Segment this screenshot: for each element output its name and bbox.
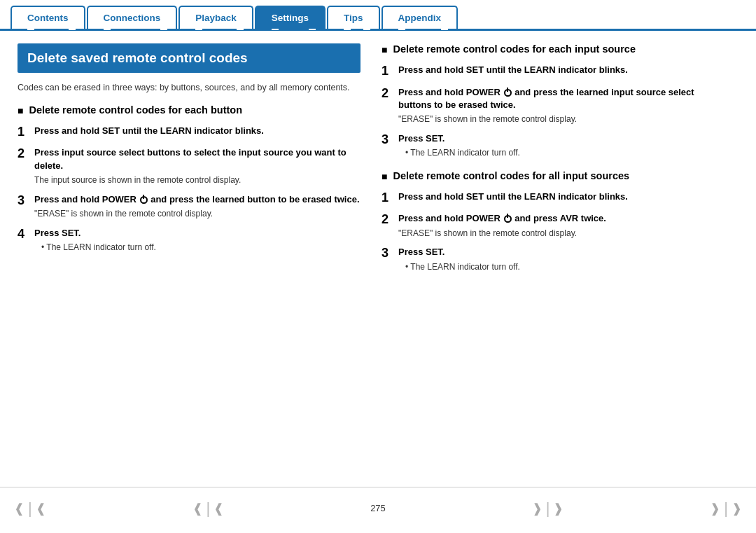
divider-3: | [546,499,550,518]
divider-1: | [28,499,32,518]
main-content: Delete saved remote control codes Codes … [0,31,756,487]
left-step-2: 2 Press input source select buttons to s… [18,146,360,186]
step-number: 2 [382,212,393,228]
left-column: Delete saved remote control codes Codes … [18,43,360,480]
step-content: Press and hold SET until the LEARN indic… [34,125,360,139]
step-number: 3 [382,246,393,261]
tab-connections[interactable]: Connections [87,6,178,29]
tab-contents[interactable]: Contents [10,6,85,29]
step-content: Press SET. The LEARN indicator turn off. [34,227,360,254]
left-steps-list: 1 Press and hold SET until the LEARN ind… [18,125,360,254]
left-step-1: 1 Press and hold SET until the LEARN ind… [18,125,360,140]
step-content: Press and hold POWER and press the learn… [398,86,724,125]
step-number: 1 [382,191,393,206]
arrow-right-2: ❱ [553,501,564,516]
right1-step-3: 3 Press SET. The LEARN indicator turn of… [382,132,724,159]
arrow-right-4: ❱ [732,501,742,516]
intro-text: Codes can be erased in three ways: by bu… [18,81,360,95]
step-content: Press and hold POWER and press AVR twice… [398,212,724,239]
step-main-text: Press input source select buttons to sel… [34,146,360,172]
step-number: 2 [382,86,393,102]
right1-step-1: 1 Press and hold SET until the LEARN ind… [382,64,724,79]
left-step-3: 3 Press and hold POWER and press the lea… [18,193,360,220]
right-section2-heading: Delete remote control codes for all inpu… [382,170,724,182]
step-content: Press SET. The LEARN indicator turn off. [398,246,724,272]
right2-step-3: 3 Press SET. The LEARN indicator turn of… [382,246,724,272]
step-bullet-text: The LEARN indicator turn off. [405,261,724,273]
step-main-text: Press and hold SET until the LEARN indic… [398,191,724,203]
right-arrows-1: ❱ | ❱ [532,499,564,518]
tab-settings[interactable]: Settings [255,6,326,29]
step-number: 3 [18,193,29,209]
step-note-text: "ERASE" is shown in the remote control d… [398,228,724,240]
step-content: Press SET. The LEARN indicator turn off. [398,132,724,159]
right-section2-steps: 1 Press and hold SET until the LEARN ind… [382,191,724,273]
divider-2: | [206,499,211,518]
step-bullet-text: The LEARN indicator turn off. [41,242,360,254]
arrow-left-4: ❰ [214,501,224,516]
page-title: Delete saved remote control codes [18,43,360,73]
footer: ❰ | ❰ ❰ | ❰ 275 ❱ | ❱ ❱ | ❱ [0,487,756,529]
tab-tips[interactable]: Tips [327,6,380,29]
right1-step-2: 2 Press and hold POWER and press the lea… [382,86,724,125]
step-content: Press and hold POWER and press the learn… [34,193,360,220]
step-number: 2 [18,146,29,162]
arrow-right-3: ❱ [710,501,720,516]
step-number: 4 [18,227,29,242]
step-content: Press and hold SET until the LEARN indic… [398,64,724,78]
step-main-text: Press and hold POWER and press the learn… [34,193,360,206]
right2-step-2: 2 Press and hold POWER and press AVR twi… [382,212,724,239]
step-main-text: Press and hold SET until the LEARN indic… [34,125,360,137]
step-note-text: "ERASE" is shown in the remote control d… [398,113,724,125]
page-number: 275 [370,503,386,513]
step-number: 1 [382,64,393,79]
step-main-text: Press and hold POWER and press the learn… [398,86,724,111]
right-section1-steps: 1 Press and hold SET until the LEARN ind… [382,64,724,159]
step-main-text: Press SET. [398,132,724,145]
step-content: Press input source select buttons to sel… [34,146,360,186]
step-main-text: Press and hold SET until the LEARN indic… [398,64,724,76]
arrow-left-2: ❰ [36,501,46,516]
step-bullet-text: The LEARN indicator turn off. [405,147,724,159]
left-arrows: ❰ | ❰ [14,499,46,518]
right2-step-1: 1 Press and hold SET until the LEARN ind… [382,191,724,206]
tab-appendix[interactable]: Appendix [382,6,458,29]
right-section1-heading: Delete remote control codes for each inp… [382,43,724,55]
arrow-right-1: ❱ [532,501,542,516]
left-step-4: 4 Press SET. The LEARN indicator turn of… [18,227,360,254]
right-column: Delete remote control codes for each inp… [382,43,724,480]
right-arrows-2: ❱ | ❱ [710,499,742,518]
step-number: 1 [18,125,29,140]
divider-4: | [724,499,728,518]
step-main-text: Press and hold POWER and press AVR twice… [398,212,724,225]
tab-playback[interactable]: Playback [178,6,253,29]
nav-arrows: ❰ | ❰ ❰ | ❰ 275 ❱ | ❱ ❱ | ❱ [14,499,742,518]
step-main-text: Press SET. [398,246,724,258]
left-arrows-2: ❰ | ❰ [192,499,225,518]
step-main-text: Press SET. [34,227,360,240]
arrow-left-1: ❰ [14,501,24,516]
step-note-text: "ERASE" is shown in the remote control d… [34,208,360,220]
tab-navigation: Contents Connections Playback Settings T… [0,0,756,31]
arrow-left-3: ❰ [192,501,203,516]
left-section-heading: Delete remote control codes for each but… [18,104,360,116]
step-content: Press and hold SET until the LEARN indic… [398,191,724,205]
step-number: 3 [382,132,393,148]
step-note-text: The input source is shown in the remote … [34,174,360,186]
